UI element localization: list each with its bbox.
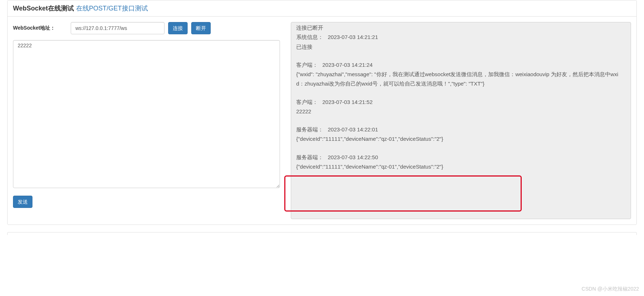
log-entry-body: 已连接 xyxy=(296,42,626,52)
address-input[interactable] xyxy=(71,22,165,34)
log-entry: 服务器端： 2023-07-03 14:22:50{"deviceId":"11… xyxy=(296,153,626,172)
right-column: 连接已断开系统信息： 2023-07-03 14:21:21已连接客户端： 20… xyxy=(291,22,631,219)
page-title: WebSocket在线测试 xyxy=(13,5,74,12)
log-entry: 服务器端： 2023-07-03 14:22:01{"deviceId":"11… xyxy=(296,125,626,144)
log-entry-header: 客户端： 2023-07-03 14:21:24 xyxy=(296,60,626,70)
panel-body: WebSocket地址： 连接 断开 发送 连接已断开系统信息： 2023-07… xyxy=(8,17,636,225)
address-label: WebSocket地址： xyxy=(13,25,67,31)
connect-button[interactable]: 连接 xyxy=(168,22,188,34)
post-get-link[interactable]: 在线POST/GET接口测试 xyxy=(76,5,148,12)
log-entry-header: 系统信息： 2023-07-03 14:21:21 xyxy=(296,32,626,42)
panel-heading: WebSocket在线测试 在线POST/GET接口测试 xyxy=(8,0,636,17)
message-input[interactable] xyxy=(13,40,280,188)
log-entry-header: 服务器端： 2023-07-03 14:22:01 xyxy=(296,125,626,134)
disconnect-button[interactable]: 断开 xyxy=(191,22,211,34)
address-row: WebSocket地址： 连接 断开 xyxy=(13,22,280,34)
log-entry-header: 服务器端： 2023-07-03 14:22:50 xyxy=(296,153,626,162)
log-entry-body: {"deviceId":"11111","deviceName":"qz-01"… xyxy=(296,162,626,171)
main-panel: WebSocket在线测试 在线POST/GET接口测试 WebSocket地址… xyxy=(7,0,637,225)
log-entry-header: 连接已断开 xyxy=(296,23,626,32)
log-output[interactable]: 连接已断开系统信息： 2023-07-03 14:21:21已连接客户端： 20… xyxy=(291,22,631,219)
send-button[interactable]: 发送 xyxy=(13,196,32,208)
log-entry: 客户端： 2023-07-03 14:21:24{"wxid": "zhuyaz… xyxy=(296,60,626,89)
log-entry: 客户端： 2023-07-03 14:21:5222222 xyxy=(296,97,626,117)
log-entry-body: 22222 xyxy=(296,107,626,116)
left-column: WebSocket地址： 连接 断开 发送 xyxy=(13,22,280,219)
log-entry-body: {"deviceId":"11111","deviceName":"qz-01"… xyxy=(296,134,626,144)
log-entry-body: {"wxid": "zhuyazhai","message": "你好，我在测试… xyxy=(296,70,626,89)
log-entry: 系统信息： 2023-07-03 14:21:21已连接 xyxy=(296,32,626,52)
log-entry-header: 客户端： 2023-07-03 14:21:52 xyxy=(296,97,626,107)
next-panel-edge xyxy=(7,232,637,235)
log-entry: 连接已断开 xyxy=(296,23,626,32)
